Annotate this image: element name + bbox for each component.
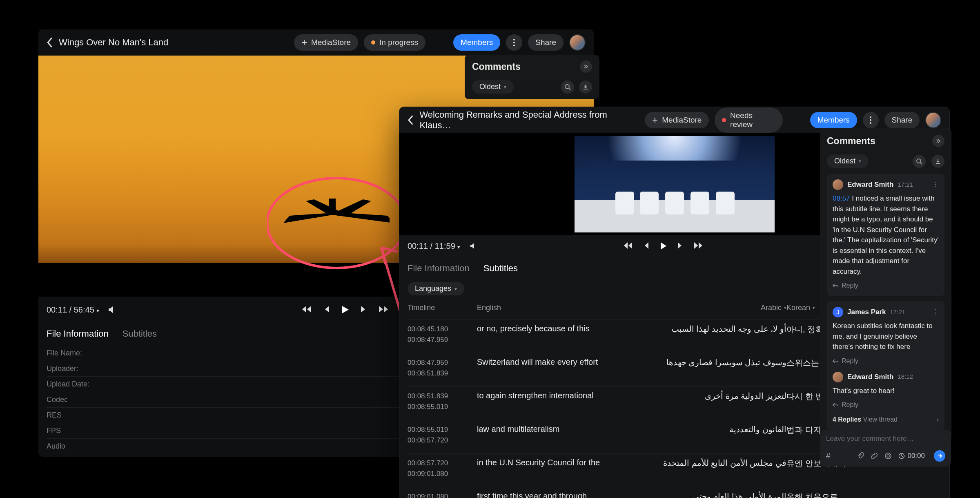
comment-body: That's great to hear! [833,386,939,396]
mention-icon[interactable] [884,452,892,460]
page-title: Wings Over No Man's Land [59,37,168,48]
plus-icon [301,40,307,45]
reply-button[interactable]: Reply [833,400,939,410]
skip-back-icon[interactable] [623,242,633,249]
subtitle-timecode: 00:09:01.08000:09:02.760 [408,491,477,498]
members-button[interactable]: Members [453,34,500,51]
comments-panel-a: Comments Oldest▾ [465,55,599,99]
search-button[interactable] [561,80,574,94]
sort-oldest[interactable]: Oldest▾ [472,80,514,94]
chevron-right-double-icon [584,64,588,69]
volume-icon[interactable] [469,242,477,250]
search-icon [916,158,922,165]
comment-time: 18:12 [898,372,913,382]
back-button[interactable]: Wings Over No Man's Land [47,37,168,48]
subtitle-english: or no, precisely because of this [477,324,632,345]
comment-author: James Park [847,307,886,317]
comments-heading: Comments [827,136,875,147]
chevron-left-icon [408,115,414,125]
subtitle-english: law and multilateralism [477,424,632,445]
mediastore-button[interactable]: MediaStore [294,34,358,51]
avatar[interactable] [925,112,941,128]
tab-file-info[interactable]: File Information [408,263,470,274]
tab-subtitles[interactable]: Subtitles [483,263,518,274]
more-button[interactable] [863,112,879,128]
svg-point-1 [513,42,515,43]
svg-point-2 [513,45,515,46]
collapse-button[interactable] [580,60,592,73]
svg-point-14 [885,453,891,459]
status-pill[interactable]: Needs review [715,107,783,133]
status-pill[interactable]: In progress [364,34,425,51]
mediastore-button[interactable]: MediaStore [645,112,709,128]
status-dot-icon [722,118,726,122]
download-button[interactable] [579,80,592,94]
subtitle-arabic: أو لا، على وجه التحديد لهذا السبب [632,324,786,345]
avatar [833,179,843,190]
svg-point-15 [887,455,889,457]
sort-oldest[interactable]: Oldest▾ [827,154,869,168]
reply-button[interactable]: Reply [833,281,939,290]
svg-point-5 [565,85,569,89]
comment-menu[interactable]: ⋮ [932,179,939,190]
subtitle-arabic: وسوف تبذل سويسرا قصارى جهدها [632,357,786,378]
subtitle-english: in the U.N Security Council for the [477,458,632,479]
comment-body: Korean subtitles look fantastic to me, a… [833,321,939,352]
skip-forward-icon[interactable] [693,242,703,249]
share-button[interactable]: Share [528,34,564,51]
video-thumbnail [575,136,775,232]
col-timeline: Timeline [408,300,477,315]
svg-point-6 [870,116,871,118]
play-icon[interactable] [660,242,666,250]
back-button[interactable]: Welcoming Remarks and Special Address fr… [408,109,633,131]
tab-subtitles[interactable]: Subtitles [122,328,157,343]
subtitle-row[interactable]: 00:09:01.08000:09:02.760first time this … [408,487,941,498]
view-thread[interactable]: 4 Replies View thread › [833,415,939,424]
subtitle-english: to again strengthen international [477,391,632,412]
svg-point-7 [870,119,871,121]
timestamp-tag[interactable]: 00:00 [898,452,925,460]
download-icon [582,84,589,90]
send-button[interactable] [934,450,945,462]
comment-author: Edward Smith [847,179,893,190]
subtitle-timecode: 00:08:51.83900:08:55.019 [408,391,477,412]
languages-dropdown[interactable]: Languages▾ [408,282,464,295]
col-arabic[interactable]: Arabic▾ [632,300,786,315]
subtitle-timecode: 00:08:47.95900:08:51.839 [408,357,477,378]
comments-heading: Comments [472,61,521,72]
svg-point-8 [870,122,871,124]
download-button[interactable] [931,155,944,168]
reply-icon [833,402,838,407]
avatar: J [833,307,843,317]
step-forward-icon[interactable] [677,242,683,249]
link-icon[interactable] [871,452,878,460]
more-vertical-icon [513,39,515,46]
page-title: Welcoming Remarks and Special Address fr… [419,109,633,131]
share-button[interactable]: Share [884,112,920,128]
reply-button[interactable]: Reply [833,356,939,366]
tab-file-info[interactable]: File Information [47,328,109,343]
svg-point-4 [267,178,406,268]
reply-icon [833,359,838,364]
subtitle-english: Switzerland will make every effort [477,357,632,378]
comment-input[interactable]: Leave your comment here… [826,435,945,443]
comment-author: Edward Smith [847,372,893,382]
hash-button[interactable]: # [826,451,831,460]
step-back-icon[interactable] [644,242,649,249]
collapse-button[interactable] [932,135,944,147]
comment[interactable]: Edward Smith 17:21 ⋮ 08:57 I noticed a s… [827,174,944,296]
topbar: Wings Over No Man's Land MediaStore In p… [38,29,594,56]
members-button[interactable]: Members [810,112,857,128]
comment[interactable]: J James Park 17:21 ⋮ Korean subtitles lo… [827,301,944,430]
avatar[interactable] [569,34,586,51]
attach-icon[interactable] [857,452,864,460]
arrow-right-icon [937,453,942,459]
chevron-left-icon [47,37,53,48]
more-button[interactable] [506,34,522,51]
svg-point-0 [513,39,515,40]
search-button[interactable] [913,155,926,168]
comment-menu[interactable]: ⋮ [932,307,939,317]
volume-icon[interactable] [107,305,116,314]
reply-icon [833,283,838,288]
search-icon [564,84,571,90]
